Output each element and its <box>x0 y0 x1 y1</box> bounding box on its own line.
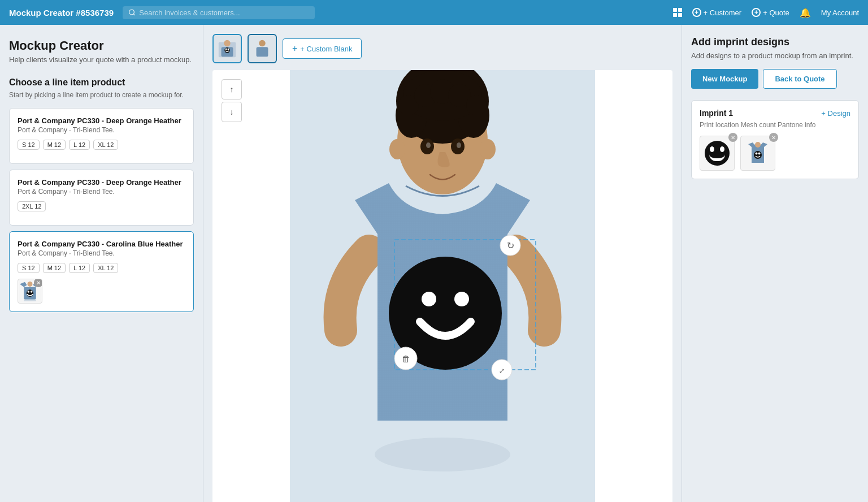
custom-blank-button[interactable]: + + Custom Blank <box>283 38 362 59</box>
back-to-quote-button[interactable]: Back to Quote <box>763 69 836 89</box>
svg-rect-17 <box>257 47 268 57</box>
search-icon <box>128 8 136 16</box>
svg-point-15 <box>227 49 229 50</box>
alt-view-button[interactable] <box>248 34 277 63</box>
plus-icon: + <box>752 8 761 17</box>
right-panel: Add imprint designs Add designs to a pro… <box>682 25 868 502</box>
add-design-link[interactable]: + Design <box>821 109 850 118</box>
canvas-nav-arrows: ↑ ↓ <box>222 79 242 122</box>
imprint-thumb-smiley[interactable]: ✕ <box>700 136 735 171</box>
smile <box>709 154 725 161</box>
svg-point-36 <box>426 142 431 148</box>
add-quote-button[interactable]: + + Quote <box>752 8 789 17</box>
nav-up-button[interactable]: ↑ <box>222 79 242 99</box>
svg-text:↻: ↻ <box>507 241 514 250</box>
right-panel-title: Add imprint designs <box>691 36 859 48</box>
plus-icon: + <box>292 44 297 54</box>
add-customer-button[interactable]: + + Customer <box>692 8 742 17</box>
remove-imprint-button[interactable]: ✕ <box>769 133 778 142</box>
size-tag: 2XL 12 <box>18 201 46 211</box>
page-layout: Mockup Creator Help clients visualize yo… <box>0 25 868 502</box>
left-panel: Mockup Creator Help clients visualize yo… <box>0 25 203 502</box>
svg-point-51 <box>754 151 762 159</box>
shirt-preview-icon <box>746 141 770 165</box>
size-tag: S 12 <box>18 140 40 150</box>
alt-view-icon <box>251 38 273 59</box>
imprint-thumb-shirt[interactable]: ✕ <box>740 136 775 171</box>
remove-imprint-button[interactable]: ✕ <box>728 133 737 142</box>
search-bar[interactable] <box>123 6 315 19</box>
design-thumbnail: ✕ <box>18 279 42 304</box>
svg-point-8 <box>31 291 33 293</box>
svg-point-33 <box>466 95 487 115</box>
product-sub: Port & Company · Tri-Blend Tee. <box>18 249 185 257</box>
canvas-area: ↑ ↓ <box>212 70 672 502</box>
size-tag: L 12 <box>69 263 90 273</box>
right-eye <box>720 146 724 152</box>
front-view-icon <box>216 38 238 59</box>
size-tag: M 12 <box>43 263 66 273</box>
notification-bell-icon[interactable]: 🔔 <box>800 7 811 18</box>
model-container: ↻ 🗑 ⤢ <box>212 70 672 502</box>
svg-point-53 <box>758 153 761 155</box>
svg-line-1 <box>133 14 134 15</box>
product-card[interactable]: Port & Company PC330 - Deep Orange Heath… <box>9 108 194 164</box>
product-name: Port & Company PC330 - Deep Orange Heath… <box>18 116 185 125</box>
svg-point-37 <box>457 142 461 148</box>
svg-point-0 <box>129 10 134 15</box>
svg-point-7 <box>28 291 30 293</box>
size-tag: XL 12 <box>93 263 118 273</box>
svg-point-52 <box>756 153 758 155</box>
size-tag: XL 12 <box>93 140 118 150</box>
right-panel-buttons: New Mockup Back to Quote <box>691 69 859 89</box>
svg-point-43 <box>454 292 469 306</box>
product-sub: Port & Company · Tri-Blend Tee. <box>18 126 185 134</box>
shirt-icon <box>745 141 770 166</box>
canvas-toolbar: + + Custom Blank <box>212 34 672 63</box>
page-subtitle: Help clients visualize your quote with a… <box>9 55 194 64</box>
brand-label: Mockup Creator #8536739 <box>9 8 114 18</box>
plus-icon: + <box>692 8 701 17</box>
size-tag: L 12 <box>69 140 90 150</box>
nav-right: + + Customer + + Quote 🔔 My Account <box>673 7 859 18</box>
grid-icon[interactable] <box>673 8 682 17</box>
product-card[interactable]: Port & Company PC330 - Deep Orange Heath… <box>9 170 194 226</box>
left-eye <box>710 146 714 152</box>
product-card-active[interactable]: Port & Company PC330 - Carolina Blue Hea… <box>9 231 194 312</box>
search-input[interactable] <box>139 8 309 17</box>
svg-point-13 <box>224 47 230 53</box>
product-sub: Port & Company · Tri-Blend Tee. <box>18 188 185 196</box>
imprint-meta: Print location Mesh count Pantone info <box>700 121 850 129</box>
size-tags: S 12 M 12 L 12 XL 12 <box>18 140 185 150</box>
svg-point-50 <box>755 142 761 148</box>
page-title: Mockup Creator <box>9 38 194 53</box>
svg-point-39 <box>480 139 496 159</box>
svg-point-19 <box>375 438 510 471</box>
imprint-title: Imprint 1 <box>700 109 733 118</box>
new-mockup-button[interactable]: New Mockup <box>691 69 758 89</box>
top-nav: Mockup Creator #8536739 + + Customer + +… <box>0 0 868 25</box>
size-tag: S 12 <box>18 263 40 273</box>
svg-point-9 <box>28 282 33 287</box>
imprint-thumbs: ✕ ✕ <box>700 136 850 171</box>
choose-product-title: Choose a line item product <box>9 77 194 88</box>
front-view-button[interactable] <box>212 34 242 63</box>
choose-product-hint: Start by picking a line item product to … <box>9 91 194 99</box>
my-account-button[interactable]: My Account <box>821 8 859 17</box>
smiley-icon <box>705 141 730 166</box>
size-tags: 2XL 12 <box>18 201 185 211</box>
svg-point-16 <box>259 40 265 46</box>
svg-text:🗑: 🗑 <box>402 354 410 363</box>
size-tags: S 12 M 12 L 12 XL 12 <box>18 263 185 273</box>
right-panel-subtitle: Add designs to a product mockup from an … <box>691 51 859 60</box>
svg-point-42 <box>422 292 436 306</box>
remove-design-button[interactable]: ✕ <box>34 279 42 287</box>
center-panel: + + Custom Blank ↑ ↓ <box>203 25 682 502</box>
imprint-header: Imprint 1 + Design <box>700 109 850 118</box>
product-name: Port & Company PC330 - Carolina Blue Hea… <box>18 240 185 248</box>
product-name: Port & Company PC330 - Deep Orange Heath… <box>18 178 185 187</box>
svg-point-38 <box>389 139 405 159</box>
svg-text:⤢: ⤢ <box>499 367 505 375</box>
nav-down-button[interactable]: ↓ <box>222 102 242 122</box>
svg-marker-4 <box>20 282 27 287</box>
